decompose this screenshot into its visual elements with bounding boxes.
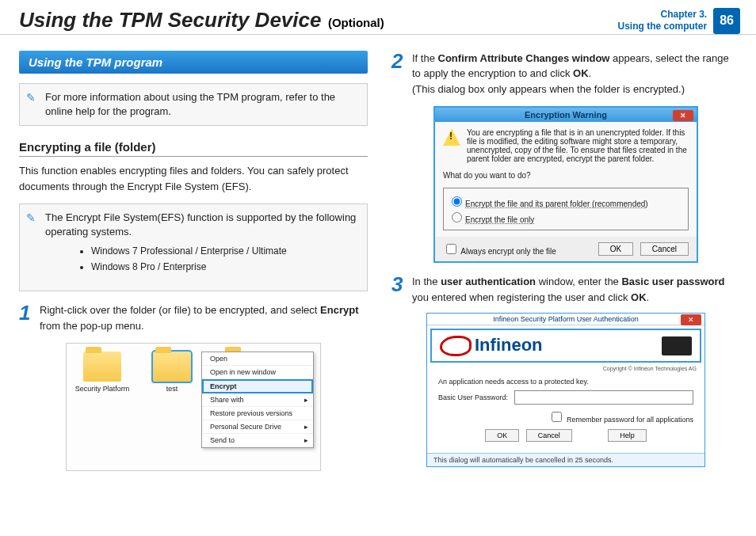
os-item: Windows 7 Professional / Enterprise / Ul…: [91, 245, 359, 258]
step-number: 2: [391, 51, 412, 97]
context-menu: Open Open in new window Encrypt Share wi…: [201, 352, 314, 448]
step-2: 2 If the Confirm Attribute Changes windo…: [391, 51, 740, 97]
menu-open-new[interactable]: Open in new window: [202, 366, 313, 379]
folder-icon: [83, 352, 121, 382]
title-suffix: (Optional): [328, 16, 384, 29]
chapter-block: Chapter 3. Using the computer 86: [618, 8, 740, 34]
folder-label: test: [144, 385, 200, 393]
ok-button[interactable]: OK: [598, 242, 633, 256]
radio-option-2[interactable]: Encrypt the file only: [448, 210, 684, 224]
copyright-text: Copyright © Infineon Technologies AG: [427, 366, 704, 371]
help-button[interactable]: Help: [608, 429, 647, 442]
dialog-message: You are encrypting a file that is in an …: [467, 128, 689, 163]
radio-input[interactable]: [452, 196, 462, 207]
cancel-button[interactable]: Cancel: [640, 242, 689, 256]
page-title: Using the TPM Security Device (Optional): [19, 8, 384, 32]
folder-label: Security Platform: [74, 385, 130, 393]
close-icon[interactable]: ✕: [681, 314, 701, 325]
cancel-button[interactable]: Cancel: [526, 429, 572, 442]
radio-option-1[interactable]: Encrypt the file and its parent folder (…: [448, 194, 684, 208]
info-note-1: ✎ For more information about using the T…: [19, 83, 368, 126]
step-3: 3 In the user authentication window, ent…: [391, 274, 740, 305]
intro-text: This function enables encrypting files a…: [19, 163, 368, 194]
dialog-title: Encryption Warning: [525, 110, 607, 120]
subheading-encrypting: Encrypting a file (folder): [19, 140, 368, 157]
chapter-line1: Chapter 3.: [618, 9, 708, 21]
chapter-line2: Using the computer: [618, 21, 708, 33]
warning-icon: [443, 128, 460, 146]
step-number: 3: [391, 274, 412, 305]
infineon-logo: Infineon: [440, 335, 543, 356]
menu-open[interactable]: Open: [202, 352, 313, 366]
password-label: Basic User Password:: [438, 393, 508, 401]
title-main: Using the TPM Security Device: [19, 8, 321, 32]
menu-psd[interactable]: Personal Secure Drive: [202, 420, 313, 434]
auth-message: An application needs access to a protect…: [438, 378, 693, 386]
page-header: Using the TPM Security Device (Optional)…: [0, 0, 756, 35]
page-number: 86: [713, 8, 740, 34]
ok-button[interactable]: OK: [485, 429, 519, 442]
menu-send[interactable]: Send to: [202, 434, 313, 447]
chip-icon: [662, 336, 692, 355]
folder-item-selected[interactable]: test: [144, 352, 200, 393]
section-heading: Using the TPM program: [19, 51, 368, 74]
explorer-screenshot: Security Platform test Open Open in new …: [66, 343, 321, 471]
infineon-auth-dialog: Infineon Security Platform User Authenti…: [426, 313, 705, 467]
menu-restore[interactable]: Restore previous versions: [202, 407, 313, 420]
note1-text: For more information about using the TPM…: [45, 91, 335, 117]
folder-item[interactable]: Security Platform: [74, 352, 130, 393]
dialog-titlebar: Infineon Security Platform User Authenti…: [427, 314, 704, 325]
checkbox-input[interactable]: [446, 244, 456, 254]
checkbox-input[interactable]: [552, 412, 562, 422]
note-icon: ✎: [26, 211, 36, 226]
password-field[interactable]: [514, 390, 693, 405]
right-column: 2 If the Confirm Attribute Changes windo…: [391, 51, 740, 471]
info-note-2: ✎ The Encrypt File System(EFS) function …: [19, 203, 368, 291]
always-checkbox[interactable]: Always encrypt only the file: [443, 241, 556, 257]
dialog-question: What do you want to do?: [443, 171, 689, 180]
radio-input[interactable]: [452, 212, 462, 222]
menu-encrypt[interactable]: Encrypt: [202, 379, 313, 393]
menu-share[interactable]: Share with: [202, 393, 313, 407]
step-number: 1: [19, 302, 40, 333]
dialog-titlebar: Encryption Warning ✕: [435, 108, 697, 122]
folder-icon: [153, 352, 191, 382]
remember-checkbox[interactable]: Remember password for all applications: [548, 416, 693, 424]
left-column: Using the TPM program ✎ For more informa…: [19, 51, 368, 471]
close-icon[interactable]: ✕: [673, 110, 693, 121]
step2-note: (This dialog box only appears when the f…: [412, 82, 740, 97]
note-icon: ✎: [26, 90, 36, 106]
dialog-footer-text: This dialog will automatically be cancel…: [427, 453, 704, 466]
note2-intro: The Encrypt File System(EFS) function is…: [45, 211, 356, 238]
dialog-title: Infineon Security Platform User Authenti…: [493, 315, 639, 323]
step-1: 1 Right-click over the folder (or file) …: [19, 302, 368, 333]
os-item: Windows 8 Pro / Enterprise: [91, 260, 359, 274]
encryption-warning-dialog: Encryption Warning ✕ You are encrypting …: [433, 106, 698, 263]
